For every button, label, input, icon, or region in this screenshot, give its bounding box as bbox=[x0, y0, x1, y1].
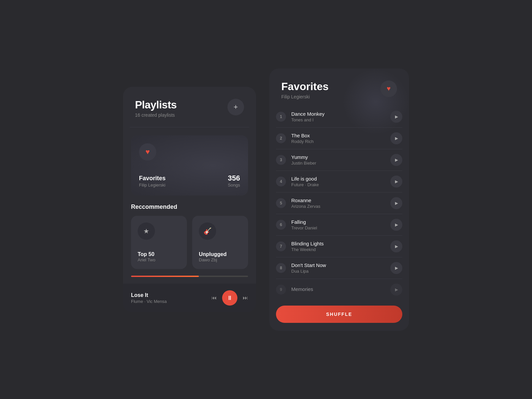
progress-bar-fill bbox=[131, 276, 199, 277]
song-play-button[interactable]: ▶ bbox=[390, 284, 402, 296]
song-info: Yummy Justin Bieber bbox=[291, 154, 385, 166]
song-number: 8 bbox=[276, 263, 286, 273]
song-number: 4 bbox=[276, 177, 286, 187]
song-number: 1 bbox=[276, 112, 286, 122]
song-info: Falling Trevor Daniel bbox=[291, 219, 385, 230]
song-info: Memories bbox=[291, 286, 385, 293]
song-info: Life is good Future · Drake bbox=[291, 176, 385, 187]
song-artist: Arizona Zervas bbox=[291, 204, 385, 209]
right-subtitle: Filip Legierski bbox=[281, 94, 329, 99]
pause-button[interactable]: ⏸ bbox=[222, 290, 237, 306]
song-number: 9 bbox=[276, 285, 286, 295]
panel-subtitle: 16 created playlists bbox=[135, 112, 177, 118]
song-play-button[interactable]: ▶ bbox=[390, 154, 402, 166]
progress-bar-track[interactable] bbox=[131, 276, 248, 277]
fav-name: Favorites bbox=[139, 175, 166, 182]
song-play-button[interactable]: ▶ bbox=[390, 132, 402, 144]
song-title: Falling bbox=[291, 219, 385, 225]
forward-button[interactable]: ⏭ bbox=[243, 295, 248, 301]
song-number: 3 bbox=[276, 155, 286, 165]
song-title: Blinding Lights bbox=[291, 241, 385, 246]
fav-num: 356 bbox=[228, 174, 240, 183]
heart-button[interactable]: ♥ bbox=[380, 80, 397, 97]
song-number: 5 bbox=[276, 198, 286, 208]
song-title: Dance Monkey bbox=[291, 111, 385, 117]
song-play-button[interactable]: ▶ bbox=[390, 262, 402, 274]
song-artist: The Weeknd bbox=[291, 247, 385, 252]
right-title: Favorites bbox=[281, 80, 329, 93]
song-artist: Roddy Rich bbox=[291, 139, 385, 144]
panel-header: Playlists 16 created playlists + bbox=[123, 87, 256, 127]
song-item: 7 Blinding Lights The Weeknd ▶ bbox=[276, 236, 402, 257]
song-item: 8 Don't Start Now Dua Lipa ▶ bbox=[276, 257, 402, 279]
song-number: 6 bbox=[276, 220, 286, 230]
np-artists: Flume · Vic Mensa bbox=[131, 299, 167, 304]
rec-card-info-top50: Top 50 Ariel Two bbox=[138, 242, 180, 262]
song-title: Life is good bbox=[291, 176, 385, 182]
divider bbox=[130, 127, 249, 127]
left-panel: Playlists 16 created playlists + ♥ Favor… bbox=[123, 87, 256, 312]
song-info: Don't Start Now Dua Lipa bbox=[291, 262, 385, 274]
panel-title: Playlists bbox=[135, 99, 177, 111]
rec-cards: ★ Top 50 Ariel Two 🎸 Unplugged Dawo Zbj bbox=[131, 216, 248, 269]
song-play-button[interactable]: ▶ bbox=[390, 219, 402, 231]
song-artist: Trevor Daniel bbox=[291, 225, 385, 230]
song-play-button[interactable]: ▶ bbox=[390, 240, 402, 252]
song-artist: Future · Drake bbox=[291, 182, 385, 187]
heart-circle: ♥ bbox=[139, 143, 156, 161]
rec-card-name-unplugged: Unplugged bbox=[199, 251, 241, 257]
favorites-card-content: ♥ Favorites Filip Legierski 356 Songs bbox=[139, 143, 240, 188]
rec-icon-star: ★ bbox=[138, 222, 155, 240]
song-play-button[interactable]: ▶ bbox=[390, 111, 402, 123]
song-item: 9 Memories ▶ bbox=[276, 279, 402, 300]
shuffle-section: SHUFFLE bbox=[269, 300, 409, 331]
song-item: 6 Falling Trevor Daniel ▶ bbox=[276, 214, 402, 236]
rewind-button[interactable]: ⏮ bbox=[211, 295, 217, 301]
rec-card-top50[interactable]: ★ Top 50 Ariel Two bbox=[131, 216, 187, 269]
song-item: 3 Yummy Justin Bieber ▶ bbox=[276, 149, 402, 171]
now-playing: Lose It Flume · Vic Mensa ⏮ ⏸ ⏭ bbox=[123, 284, 256, 312]
rec-card-unplugged[interactable]: 🎸 Unplugged Dawo Zbj bbox=[192, 216, 248, 269]
song-play-button[interactable]: ▶ bbox=[390, 197, 402, 209]
favorites-card[interactable]: ♥ Favorites Filip Legierski 356 Songs bbox=[131, 135, 248, 196]
pause-icon: ⏸ bbox=[227, 295, 233, 302]
heart-icon: ♥ bbox=[145, 148, 150, 156]
np-info: Lose It Flume · Vic Mensa bbox=[131, 292, 167, 304]
add-playlist-button[interactable]: + bbox=[227, 99, 244, 115]
rec-card-info-unplugged: Unplugged Dawo Zbj bbox=[199, 242, 241, 262]
rec-icon-guitar: 🎸 bbox=[199, 222, 216, 240]
fav-info: Favorites Filip Legierski bbox=[139, 175, 166, 188]
shuffle-button[interactable]: SHUFFLE bbox=[276, 306, 402, 323]
song-play-button[interactable]: ▶ bbox=[390, 176, 402, 188]
song-info: Dance Monkey Tones and I bbox=[291, 111, 385, 122]
rec-card-sub-top50: Ariel Two bbox=[138, 257, 180, 262]
song-info: Roxanne Arizona Zervas bbox=[291, 198, 385, 209]
heart-fill-icon: ♥ bbox=[387, 85, 391, 92]
np-controls: ⏮ ⏸ ⏭ bbox=[211, 290, 248, 306]
np-title: Lose It bbox=[131, 292, 167, 298]
right-header: Favorites Filip Legierski ♥ bbox=[269, 68, 409, 106]
rec-card-sub-unplugged: Dawo Zbj bbox=[199, 257, 241, 262]
song-title: Don't Start Now bbox=[291, 262, 385, 268]
song-artist: Dua Lipa bbox=[291, 269, 385, 274]
fav-owner: Filip Legierski bbox=[139, 183, 166, 188]
song-number: 7 bbox=[276, 241, 286, 251]
song-artist: Tones and I bbox=[291, 117, 385, 122]
fav-songs-label: Songs bbox=[228, 183, 240, 188]
fav-count: 356 Songs bbox=[228, 174, 240, 188]
song-title: The Box bbox=[291, 133, 385, 138]
recommended-section: Reccommended ★ Top 50 Ariel Two 🎸 Unplug… bbox=[123, 203, 256, 276]
song-info: Blinding Lights The Weeknd bbox=[291, 241, 385, 252]
song-list: 1 Dance Monkey Tones and I ▶ 2 The Box R… bbox=[269, 106, 409, 300]
song-title: Yummy bbox=[291, 154, 385, 160]
rec-card-name-top50: Top 50 bbox=[138, 251, 180, 257]
header-text: Playlists 16 created playlists bbox=[135, 99, 177, 118]
song-info: The Box Roddy Rich bbox=[291, 133, 385, 144]
favorites-card-footer: Favorites Filip Legierski 356 Songs bbox=[139, 174, 240, 188]
song-artist: Justin Bieber bbox=[291, 161, 385, 166]
song-item: 1 Dance Monkey Tones and I ▶ bbox=[276, 106, 402, 128]
progress-section bbox=[123, 276, 256, 284]
song-title: Memories bbox=[291, 286, 385, 292]
recommended-title: Reccommended bbox=[131, 203, 248, 210]
song-number: 2 bbox=[276, 133, 286, 143]
